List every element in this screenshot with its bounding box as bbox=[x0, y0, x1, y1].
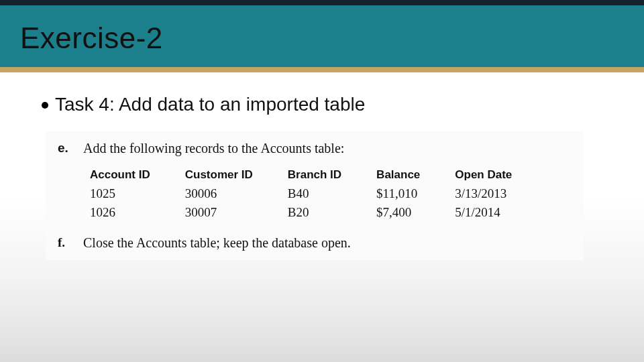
cell-balance: $11,010 bbox=[376, 184, 455, 203]
instruction-f: f. Close the Accounts table; keep the da… bbox=[51, 235, 578, 251]
instruction-marker: e. bbox=[51, 141, 83, 156]
instruction-e: e. Add the following records to the Acco… bbox=[51, 141, 578, 156]
slide-title: Exercise-2 bbox=[20, 21, 163, 55]
bullet-item: Task 4: Add data to an imported table bbox=[42, 94, 605, 115]
col-account-id: Account ID bbox=[90, 166, 185, 184]
slide-content: Task 4: Add data to an imported table e.… bbox=[42, 94, 605, 260]
bullet-text: Task 4: Add data to an imported table bbox=[55, 94, 365, 115]
col-open-date: Open Date bbox=[455, 166, 512, 184]
instruction-text: Add the following records to the Account… bbox=[83, 141, 344, 156]
instruction-text: Close the Accounts table; keep the datab… bbox=[83, 235, 351, 251]
table-row: 1025 30006 B40 $11,010 3/13/2013 bbox=[90, 184, 512, 203]
cell-branch-id: B40 bbox=[288, 184, 376, 203]
cell-account-id: 1026 bbox=[90, 203, 185, 222]
cell-customer-id: 30007 bbox=[185, 203, 288, 222]
gold-divider bbox=[0, 67, 644, 72]
table-header-row: Account ID Customer ID Branch ID Balance… bbox=[90, 166, 512, 184]
cell-open-date: 3/13/2013 bbox=[455, 184, 512, 203]
col-customer-id: Customer ID bbox=[185, 166, 288, 184]
table-row: 1026 30007 B20 $7,400 5/1/2014 bbox=[90, 203, 512, 222]
cell-balance: $7,400 bbox=[376, 203, 455, 222]
col-balance: Balance bbox=[376, 166, 455, 184]
col-branch-id: Branch ID bbox=[288, 166, 376, 184]
textbook-excerpt: e. Add the following records to the Acco… bbox=[46, 131, 584, 260]
cell-customer-id: 30006 bbox=[185, 184, 288, 203]
records-table: Account ID Customer ID Branch ID Balance… bbox=[90, 166, 578, 222]
cell-account-id: 1025 bbox=[90, 184, 185, 203]
cell-branch-id: B20 bbox=[288, 203, 376, 222]
bullet-dot-icon bbox=[42, 102, 48, 109]
instruction-marker: f. bbox=[51, 235, 83, 251]
cell-open-date: 5/1/2014 bbox=[455, 203, 512, 222]
